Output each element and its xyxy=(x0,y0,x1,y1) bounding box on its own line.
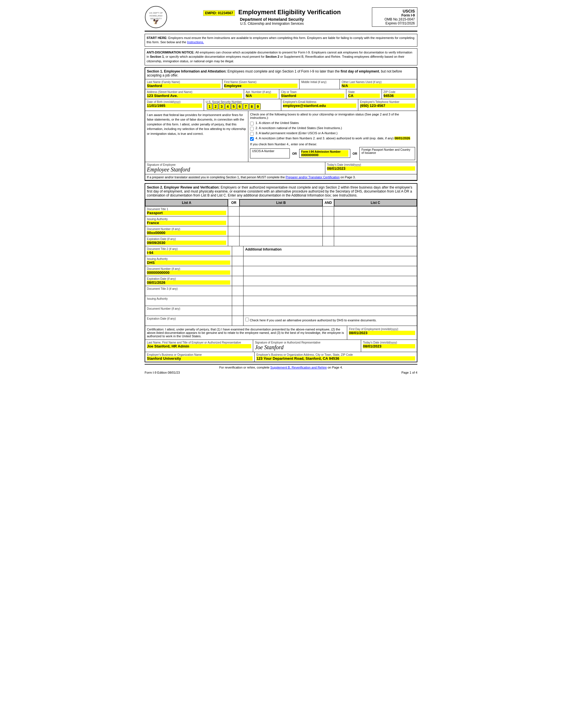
address-label: Address (Street Number and Name) xyxy=(147,90,242,94)
docnum1-listc-cell xyxy=(334,226,417,236)
foreign-passport-box: Foreign Passport Number and Country of I… xyxy=(359,147,415,160)
employee-sig-value: Employee Stanford xyxy=(147,166,323,173)
if-check4-label: If you check Item Number 4., enter one o… xyxy=(250,142,415,146)
issuing3-label: Issuing Authority xyxy=(147,297,230,300)
preparer-note-text: If a preparer and/or translator assisted… xyxy=(147,175,356,179)
work-until-date: 08/01/2026 xyxy=(394,137,410,140)
email-value: employee@stanford.edu xyxy=(283,104,356,108)
first-day-cell: First Day of Employment (mm/dd/yyyy): 08… xyxy=(347,326,417,340)
ssn-d5: 5 xyxy=(231,104,237,109)
i94-box: Form I-94 Admission Number 0000000000 xyxy=(299,149,350,158)
alt-procedure-checkbox[interactable] xyxy=(245,318,249,321)
and-cell: AND xyxy=(323,199,334,206)
doc1-listb-cell xyxy=(240,206,322,216)
apt-cell: Apt. Number (if any) N/A xyxy=(244,89,280,99)
exp2-additional-cell xyxy=(244,276,417,286)
list-c-header: List C xyxy=(334,199,417,206)
checkbox3-label: 3. A lawful permanent resident (Enter US… xyxy=(256,131,337,135)
list-a-header-cell: List A xyxy=(145,199,228,206)
issuing1-cell: Issuing Authority France xyxy=(145,216,228,226)
issuing1-label: Issuing Authority xyxy=(147,218,226,221)
or1-label: OR xyxy=(292,152,297,155)
phone-value: (650) 123-4567 xyxy=(360,104,415,108)
issuing1-listc-cell xyxy=(334,216,417,226)
list-b-header-cell: List B xyxy=(240,199,322,206)
state-cell: State CA xyxy=(346,89,382,99)
middle-initial-label: Middle Initial (if any) xyxy=(301,80,338,84)
employer-sig-value: Joe Stanford xyxy=(255,344,359,351)
today-date-value: 08/01/2023 xyxy=(327,166,415,171)
today-date2-cell: Today's Date (mm/dd/yyyy) 08/01/2023 xyxy=(361,340,417,352)
cert-text: Certification: I attest, under penalty o… xyxy=(147,328,344,338)
omb-number: OMB No.1615-0047 xyxy=(374,17,415,21)
cert-row: Certification: I attest, under penalty o… xyxy=(145,326,417,340)
org-address-cell: Employer's Business or Organization Addr… xyxy=(255,352,417,362)
docnum3-label: Document Number (if any) xyxy=(147,307,230,310)
doc1-and-spacer xyxy=(323,206,334,216)
dob-value: 11/01/1985 xyxy=(147,104,202,108)
exp1-or-spacer xyxy=(228,236,240,246)
docnum3-additional-cell xyxy=(244,306,417,316)
docnum3-row: Document Number (if any) xyxy=(145,306,417,316)
doc3-title-label: Document Title 3 (if any) xyxy=(147,287,230,290)
address-cell: Address (Street Number and Name) 123 Sta… xyxy=(145,89,244,99)
checkbox4-row: 4. A noncitizen (other than Item Numbers… xyxy=(250,137,415,141)
employee-sig-cell: Signature of Employee Employee Stanford xyxy=(145,162,325,174)
ssn-d7: 7 xyxy=(243,104,248,109)
address-row: Address (Street Number and Name) 123 Sta… xyxy=(145,89,417,99)
employer-sig-label: Signature of Employer or Authorized Repr… xyxy=(255,341,359,344)
city-value: Stanford xyxy=(281,94,344,98)
doc1-listc-cell xyxy=(334,206,417,216)
checkbox1-input[interactable] xyxy=(250,122,254,125)
doc3-row: Document Title 3 (if any) xyxy=(145,286,417,296)
exp3-cell: Expiration Date (if any) xyxy=(145,316,232,326)
docnum1-or-spacer xyxy=(228,226,240,236)
phone-label: Employee's Telephone Number xyxy=(360,100,415,104)
exp3-label: Expiration Date (if any) xyxy=(147,317,230,320)
i94-label: Form I-94 Admission Number xyxy=(301,150,348,153)
org-name-cell: Employer's Business or Organization Name… xyxy=(145,352,255,362)
section1-container: Section 1. Employee Information and Atte… xyxy=(145,67,417,181)
issuing3-row: Issuing Authority xyxy=(145,296,417,306)
form-number: Form I-9 xyxy=(374,13,415,17)
exp1-listb-cell xyxy=(240,236,322,246)
checkbox3-input[interactable] xyxy=(250,132,254,136)
exp1-and-spacer xyxy=(323,236,334,246)
docnum2-cell: Document Number (if any) 00000000000 xyxy=(145,266,232,276)
doc3-listbc-cell xyxy=(244,286,417,296)
attestation-text: I am aware that federal law provides for… xyxy=(147,113,246,136)
list-c-header-cell: List C xyxy=(334,199,417,206)
exp3-row: Expiration Date (if any) Check here if y… xyxy=(145,316,417,326)
issuing1-or-spacer xyxy=(228,216,240,226)
dept-name: Department of Homeland Security xyxy=(172,17,372,22)
issuing2-cell: Issuing Authority DHS xyxy=(145,256,232,266)
i94-value: 0000000000 xyxy=(301,153,348,157)
foreign-passport-value xyxy=(361,154,413,159)
issuing2-or-spacer xyxy=(232,256,244,266)
checkbox2-input[interactable] xyxy=(250,127,254,131)
exp3-value xyxy=(147,320,230,324)
doc2-row: Document Title 2 (if any) I-94 Additiona… xyxy=(145,246,417,256)
ssn-d1: 1 xyxy=(207,104,212,109)
ssn-d4: 4 xyxy=(225,104,231,109)
docnum2-additional-cell xyxy=(244,266,417,276)
checkbox4-input[interactable] xyxy=(250,137,254,141)
name-row: Last Name (Family Name) Stanford First N… xyxy=(145,79,417,89)
header-right: USCIS Form I-9 OMB No.1615-0047 Expires … xyxy=(372,7,417,27)
page-header: US DEPT OF HOMELAND SECURITY 🦅 EMPID: 01… xyxy=(145,6,417,32)
svg-text:HOMELAND: HOMELAND xyxy=(150,15,163,17)
list-b-header: List B xyxy=(240,199,322,206)
checkbox4-label: 4. A noncitizen (other than Item Numbers… xyxy=(256,137,410,140)
email-label: Employee's Email Address xyxy=(283,100,356,104)
checkbox1-label: 1. A citizen of the United States xyxy=(256,121,298,125)
notice-anti-discrimination: ANTI-DISCRIMINATION NOTICE: All employee… xyxy=(145,48,417,65)
exp2-row: Expiration Date (if any) 08/01/2026 xyxy=(145,276,417,286)
or-cell: OR xyxy=(228,199,240,206)
attestation-right: Check one of the following boxes to atte… xyxy=(248,111,417,162)
header-center: EMPID: 01234567 Employment Eligibility V… xyxy=(172,9,372,26)
zip-value: 94536 xyxy=(383,94,415,98)
org-address-value: 123 Your Department Road, Stanford, CA 9… xyxy=(256,356,415,361)
exp2-value: 08/01/2026 xyxy=(147,280,230,285)
svg-text:🦅: 🦅 xyxy=(153,18,159,25)
issuing3-or-spacer xyxy=(232,296,244,306)
